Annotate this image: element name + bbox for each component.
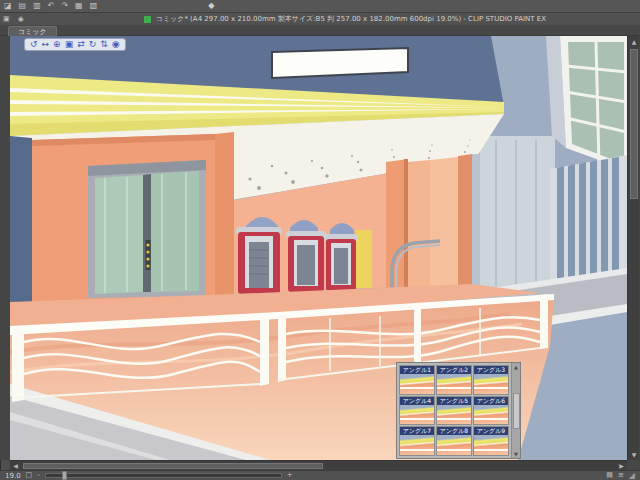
angle-preset-label: アングル1 xyxy=(400,366,434,374)
angle-preset-thumbnail[interactable] xyxy=(474,405,508,425)
angle-preset-label: アングル5 xyxy=(437,397,471,405)
angle-preset-label: アングル7 xyxy=(400,427,434,435)
scene-escalators xyxy=(236,227,358,294)
camera-orbit-icon[interactable]: ↺ xyxy=(30,40,38,49)
app-window: ◪ ▤ ▥ ↶ ↷ ▦ ▧ ◆ ▣ ◉ コミック* (A4 297.00 x 2… xyxy=(0,0,640,480)
angle-grid: アングル1 アングル2 アングル3 アングル4 アングル5 xyxy=(397,363,511,458)
scene-3d-preview xyxy=(10,36,627,460)
workspace: ↺ ↔ ⊕ ▣ ⇄ ↻ ⇅ ◉ アングル1 アングル2 xyxy=(0,36,640,460)
left-gutter xyxy=(0,36,10,460)
horizontal-scroll-thumb[interactable] xyxy=(23,463,323,469)
angle-preset-4[interactable]: アングル4 xyxy=(399,396,435,426)
object-move-icon[interactable]: ⇄ xyxy=(77,40,85,49)
window-icon[interactable]: ◪ xyxy=(4,2,12,10)
angle-preset-label: アングル9 xyxy=(474,427,508,435)
light-source-icon[interactable]: ◉ xyxy=(112,40,120,49)
grid-icon[interactable]: ▦ xyxy=(75,2,83,10)
scrollbar-thumb[interactable] xyxy=(513,393,520,429)
document-icon[interactable]: ▣ xyxy=(3,16,10,23)
tab-strip: コミック xyxy=(0,25,640,36)
title-bar: ▣ ◉ コミック* (A4 297.00 x 210.00mm 製本サイズ:B5… xyxy=(0,13,640,25)
fit-to-screen-icon[interactable]: □ xyxy=(26,472,33,479)
material-icon[interactable]: ▧ xyxy=(90,2,98,10)
object-lift-icon[interactable]: ⇅ xyxy=(100,40,108,49)
panel-layout-icon[interactable]: ▥ xyxy=(33,2,41,10)
top-toolbar: ◪ ▤ ▥ ↶ ↷ ▦ ▧ ◆ xyxy=(0,0,640,13)
angle-preset-thumbnail[interactable] xyxy=(400,374,434,394)
zoom-slider[interactable] xyxy=(45,473,282,478)
scene-left-pillar xyxy=(10,136,32,304)
resize-grip-icon[interactable]: ◢ xyxy=(629,471,635,480)
zoom-in-button[interactable]: + xyxy=(287,472,293,479)
vertical-scroll-thumb[interactable] xyxy=(630,49,638,199)
angle-preset-9[interactable]: アングル9 xyxy=(473,426,509,456)
angle-preset-thumbnail[interactable] xyxy=(437,435,471,455)
angle-preset-thumbnail[interactable] xyxy=(437,405,471,425)
tool-property-icon[interactable]: ◆ xyxy=(208,2,214,10)
scene-striped-building xyxy=(550,155,627,286)
angle-panel-scrollbar[interactable]: ▲ ▼ xyxy=(511,363,520,458)
scene-sign-board xyxy=(272,48,408,78)
zoom-out-button[interactable]: - xyxy=(37,472,40,479)
angle-preset-label: アングル3 xyxy=(474,366,508,374)
page-icon[interactable]: ▤ xyxy=(19,2,27,10)
angle-preset-thumbnail[interactable] xyxy=(474,435,508,455)
3d-object-toolbar: ↺ ↔ ⊕ ▣ ⇄ ↻ ⇅ ◉ xyxy=(24,38,126,51)
zoom-slider-handle[interactable] xyxy=(62,471,67,480)
angle-preset-label: アングル4 xyxy=(400,397,434,405)
scene-elevator xyxy=(88,160,206,298)
redo-icon[interactable]: ↷ xyxy=(61,2,68,10)
view-icon[interactable]: ◉ xyxy=(18,16,24,23)
object-rotate-icon[interactable]: ↻ xyxy=(89,40,97,49)
scroll-down-icon[interactable]: ▼ xyxy=(628,449,640,460)
status-indicator xyxy=(144,16,151,23)
angle-preset-6[interactable]: アングル6 xyxy=(473,396,509,426)
angle-preset-3[interactable]: アングル3 xyxy=(473,365,509,395)
scroll-down-icon[interactable]: ▼ xyxy=(514,451,518,457)
camera-zoom-icon[interactable]: ⊕ xyxy=(53,40,61,49)
angle-preset-thumbnail[interactable] xyxy=(400,405,434,425)
angle-preset-thumbnail[interactable] xyxy=(400,435,434,455)
tab-comic[interactable]: コミック xyxy=(8,26,57,36)
angle-preset-panel: アングル1 アングル2 アングル3 アングル4 アングル5 xyxy=(396,362,521,459)
scene-right-columns xyxy=(386,154,480,294)
scene-distant-building xyxy=(480,136,555,288)
scene-inner-column xyxy=(215,132,234,298)
angle-preset-label: アングル6 xyxy=(474,397,508,405)
zoom-value: 19.0 xyxy=(5,472,21,480)
angle-preset-7[interactable]: アングル7 xyxy=(399,426,435,456)
camera-reset-icon[interactable]: ▣ xyxy=(65,40,74,49)
status-bar: 19.0 □ - + ▤ ≡ ◢ xyxy=(0,470,640,480)
angle-preset-1[interactable]: アングル1 xyxy=(399,365,435,395)
horizontal-scrollbar[interactable]: ◀ ▶ xyxy=(10,460,627,470)
angle-preset-2[interactable]: アングル2 xyxy=(436,365,472,395)
angle-preset-thumbnail[interactable] xyxy=(437,374,471,394)
angle-preset-5[interactable]: アングル5 xyxy=(436,396,472,426)
vertical-scrollbar[interactable]: ▲ ▼ xyxy=(627,36,639,460)
navigator-icon[interactable]: ▤ xyxy=(606,472,613,479)
scroll-up-icon[interactable]: ▲ xyxy=(514,364,518,370)
scrollbar-corner xyxy=(627,460,640,470)
angle-preset-8[interactable]: アングル8 xyxy=(436,426,472,456)
undo-icon[interactable]: ↶ xyxy=(48,2,55,10)
status-menu-icon[interactable]: ≡ xyxy=(618,472,624,479)
angle-preset-label: アングル8 xyxy=(437,427,471,435)
scroll-up-icon[interactable]: ▲ xyxy=(628,36,640,47)
canvas-viewport[interactable]: ↺ ↔ ⊕ ▣ ⇄ ↻ ⇅ ◉ xyxy=(10,36,627,460)
angle-preset-thumbnail[interactable] xyxy=(474,374,508,394)
angle-preset-label: アングル2 xyxy=(437,366,471,374)
document-title: コミック* (A4 297.00 x 210.00mm 製本サイズ:B5 判 2… xyxy=(156,14,546,24)
camera-pan-icon[interactable]: ↔ xyxy=(42,40,50,49)
